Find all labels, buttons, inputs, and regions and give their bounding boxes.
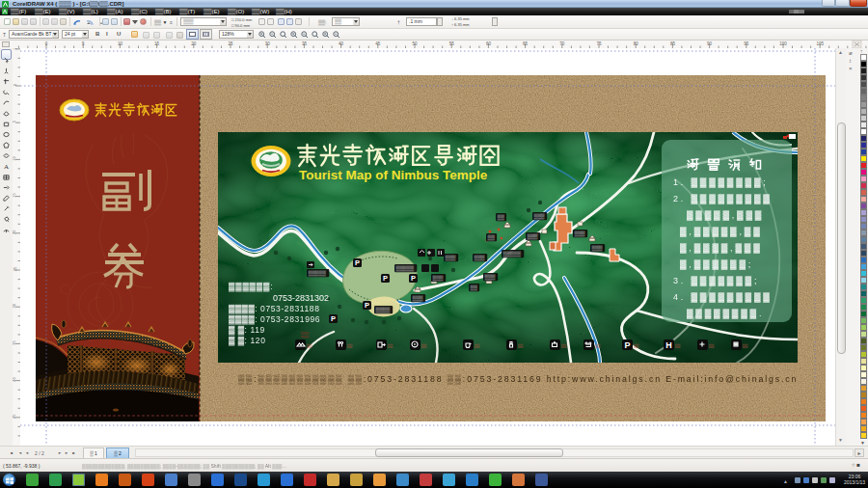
svg-text:▒▒: ▒▒	[675, 343, 681, 348]
svg-text:▒▒: ▒▒	[518, 343, 524, 348]
svg-text:▓▓▓▓▓,▓▓▓: ▓▓▓▓▓,▓▓▓	[687, 210, 764, 221]
svg-text:25: 25	[228, 41, 233, 46]
svg-text:95: 95	[744, 41, 749, 46]
svg-text:▒▒: ▒▒	[388, 343, 393, 348]
svg-text:▒▒: ▒▒	[561, 343, 567, 348]
svg-text:▒▒▒▒: ▒▒▒▒	[376, 307, 391, 313]
svg-text:35: 35	[302, 41, 308, 46]
svg-text:▒▒:▒▒▒▒▒▒▒▒▒▒▒ ▒▒:0753-2831: ▒▒:▒▒▒▒▒▒▒▒▒▒▒ ▒▒:0753-2831188 ▒▒:0753-2…	[238, 374, 798, 385]
svg-text:35: 35	[13, 339, 17, 344]
svg-text:▒▒▒: ▒▒▒	[485, 274, 496, 281]
svg-text:45: 45	[13, 414, 17, 419]
svg-text:▓,▓▓▓▓,▓▓▓: ▓,▓▓▓▓,▓▓▓	[680, 243, 763, 254]
svg-text:25: 25	[13, 266, 17, 271]
svg-text:50: 50	[412, 41, 418, 46]
svg-text:▓,▓▓▓▓▓▓;: ▓,▓▓▓▓▓▓;	[680, 259, 753, 270]
svg-text:15: 15	[154, 41, 160, 46]
svg-text:85: 85	[670, 41, 676, 46]
svg-text:65: 65	[523, 41, 529, 46]
svg-text:H: H	[665, 340, 672, 350]
svg-text:40: 40	[339, 41, 344, 46]
svg-text:▒▒▒: ▒▒▒	[475, 255, 485, 261]
svg-text:60: 60	[486, 41, 492, 46]
svg-text:3. ▓▓▓▓▓▓▓;: 3. ▓▓▓▓▓▓▓;	[673, 276, 759, 286]
svg-text:▒▒: ▒▒	[595, 343, 601, 348]
svg-text:20: 20	[13, 230, 17, 234]
svg-text:10: 10	[13, 48, 17, 50]
svg-text:40: 40	[13, 377, 17, 382]
svg-text:▒▒▒: ▒▒▒	[592, 245, 603, 252]
svg-text:2. ▓▓▓▓▓▓▓▓▓: 2. ▓▓▓▓▓▓▓▓▓	[673, 194, 773, 204]
svg-text:0753-2831302: 0753-2831302	[273, 293, 329, 303]
svg-text:▒▒: ▒▒	[498, 214, 505, 221]
svg-text:15: 15	[13, 193, 17, 198]
svg-text:▒▒: ▒▒	[709, 343, 715, 348]
svg-text:10: 10	[13, 155, 17, 160]
svg-text:P: P	[365, 301, 369, 310]
svg-text:▒▒▒▒▒: ▒▒▒▒▒	[396, 265, 415, 272]
svg-text:▒▒▒: ▒▒▒	[413, 295, 423, 302]
svg-text:▒▒▒▒▒: ▒▒▒▒▒	[309, 270, 327, 277]
svg-text:100: 100	[779, 41, 787, 46]
svg-text:20: 20	[191, 41, 197, 46]
svg-text:4. ▓▓▓▓▓▓▓▓▓: 4. ▓▓▓▓▓▓▓▓▓	[673, 292, 773, 303]
svg-text:▓▓▓▓: 0753-2831188: ▓▓▓▓: 0753-2831188	[229, 304, 320, 314]
svg-text:10: 10	[118, 41, 123, 46]
svg-text:▒▒▒▒▒: ▒▒▒▒▒	[503, 251, 522, 258]
svg-text:▒▒▒: ▒▒▒	[433, 275, 444, 282]
svg-text:▒▒: ▒▒	[743, 343, 748, 348]
svg-text:▒▒: ▒▒	[307, 343, 312, 348]
svg-text:P: P	[331, 314, 336, 323]
svg-text:▒▒: ▒▒	[301, 332, 310, 339]
svg-text:▓ ▓: 120: ▓ ▓: 120	[229, 336, 265, 346]
svg-text:▓ ▓: 119: ▓ ▓: 119	[229, 325, 265, 336]
svg-text:80: 80	[634, 41, 639, 46]
svg-text:1. ▓▓▓▓▓▓▓▓;: 1. ▓▓▓▓▓▓▓▓;	[673, 177, 769, 188]
svg-text:55: 55	[449, 41, 455, 46]
svg-text:P: P	[355, 258, 360, 267]
svg-text:P: P	[411, 274, 416, 283]
svg-text:P: P	[383, 274, 388, 283]
svg-text:30: 30	[13, 303, 17, 308]
svg-text:75: 75	[596, 41, 602, 46]
svg-text:▓,▓▓▓▓▓,▓▓: ▓,▓▓▓▓▓,▓▓	[680, 227, 763, 237]
svg-text:▒▒▒: ▒▒▒	[534, 213, 545, 220]
svg-text:▒▒▒: ▒▒▒	[575, 230, 585, 237]
svg-text:90: 90	[707, 41, 713, 46]
svg-text:▒▒▒: ▒▒▒	[446, 255, 456, 261]
svg-text:▓▓▓▓: 0753-2831996: ▓▓▓▓: 0753-2831996	[229, 314, 320, 325]
svg-text:▓▓▓▓▓▓:: ▓▓▓▓▓▓:	[229, 282, 274, 292]
svg-text:▒▒: ▒▒	[475, 343, 480, 348]
svg-text:▒▒: ▒▒	[634, 343, 639, 348]
svg-text:▒▒: ▒▒	[347, 343, 353, 348]
svg-text:▒▒▒: ▒▒▒	[528, 233, 538, 240]
svg-text:▒▒: ▒▒	[488, 234, 496, 241]
svg-text:30: 30	[265, 41, 271, 46]
svg-text:Tourist Map of Nimbus Temple: Tourist Map of Nimbus Temple	[299, 168, 488, 182]
svg-text:▓▓▓▓▓▓▓▓.: ▓▓▓▓▓▓▓▓.	[687, 309, 764, 319]
svg-text:105: 105	[816, 41, 824, 46]
svg-text:P: P	[624, 340, 630, 350]
svg-text:45: 45	[375, 41, 381, 46]
svg-text:▒▒: ▒▒	[421, 343, 427, 348]
svg-text:70: 70	[559, 41, 565, 46]
svg-text:▒▒: ▒▒	[471, 285, 478, 291]
